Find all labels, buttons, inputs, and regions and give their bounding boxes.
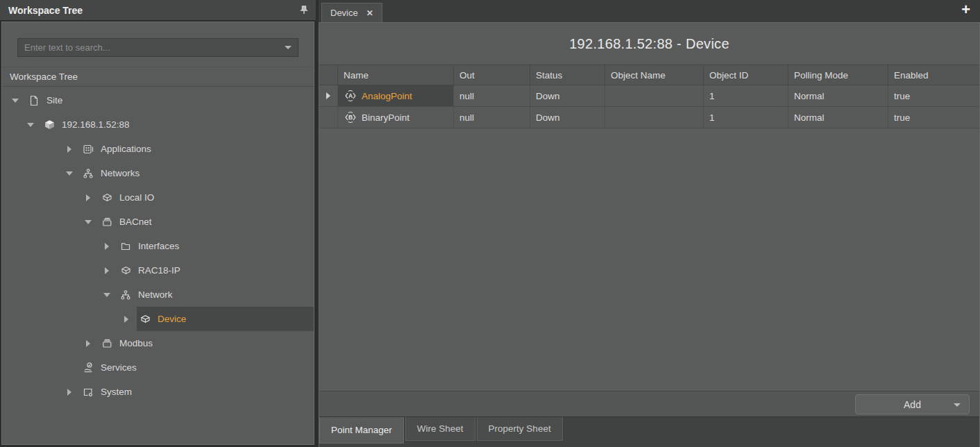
system-icon xyxy=(81,386,95,398)
network-icon xyxy=(81,167,95,180)
tree-item-label: Device xyxy=(158,314,186,324)
expander-expanded-icon[interactable] xyxy=(10,99,20,103)
expander-collapsed-icon[interactable] xyxy=(65,146,74,153)
svg-text:B: B xyxy=(348,114,353,121)
tree-item-label: Modbus xyxy=(119,338,153,348)
object-id-cell: 1 xyxy=(704,85,788,106)
chevron-down-icon[interactable] xyxy=(954,403,961,407)
column-header-object-id[interactable]: Object ID xyxy=(704,65,788,85)
binary-point-icon: B xyxy=(344,110,357,124)
analog-point-icon: A xyxy=(344,89,357,103)
add-button[interactable]: Add xyxy=(855,394,970,414)
name-cell: B BinaryPoint xyxy=(338,107,454,128)
object-id-cell: 1 xyxy=(704,107,788,128)
controller-icon xyxy=(42,119,56,131)
tree-selection: Device xyxy=(137,307,314,331)
expander-collapsed-icon[interactable] xyxy=(102,267,112,274)
tree-item-bacnet[interactable]: BACnet xyxy=(2,210,314,234)
polling-mode-cell: Normal xyxy=(788,85,888,106)
expander-expanded-icon[interactable] xyxy=(26,123,35,127)
tab-label: Device xyxy=(330,8,358,18)
tree-item-services[interactable]: Services xyxy=(2,355,314,380)
stack-icon xyxy=(100,216,114,228)
tree-item-label: System xyxy=(101,387,132,397)
expander-expanded-icon[interactable] xyxy=(83,220,93,224)
tree-item-rac18-ip[interactable]: RAC18-IP xyxy=(2,258,314,282)
workspace-tree-title: Workspace Tree xyxy=(8,5,83,16)
column-header-status[interactable]: Status xyxy=(530,65,605,85)
tree-item-networks[interactable]: Networks xyxy=(2,161,314,185)
out-cell: null xyxy=(454,85,530,106)
column-header-out[interactable]: Out xyxy=(454,65,530,85)
tree-item-site[interactable]: Site xyxy=(2,88,314,112)
folder-icon xyxy=(119,240,133,253)
tree-section-label: Workspace Tree xyxy=(2,67,314,87)
expander-expanded-icon[interactable] xyxy=(102,293,112,297)
tree-item-applications[interactable]: Applications xyxy=(2,137,314,161)
row-marker-icon xyxy=(326,92,330,99)
tree-item-interfaces[interactable]: Interfaces xyxy=(2,234,314,258)
tree-item-label: Applications xyxy=(101,144,151,154)
close-icon[interactable]: ✕ xyxy=(366,9,373,17)
device-view: 192.168.1.52:88 - Device Name Out Status… xyxy=(319,22,980,447)
table-row[interactable]: B BinaryPoint null Down 1 Normal true xyxy=(319,107,979,128)
search-combobox[interactable] xyxy=(17,38,298,57)
search-input[interactable] xyxy=(24,42,285,53)
row-selector xyxy=(319,107,338,128)
tree-item-controller[interactable]: 192.168.1.52:88 xyxy=(2,112,314,137)
plus-icon[interactable]: + xyxy=(961,2,970,17)
cube-icon xyxy=(100,192,114,204)
tab-point-manager[interactable]: Point Manager xyxy=(319,417,404,444)
tab-device[interactable]: Device ✕ xyxy=(321,3,382,22)
workspace-tree-panel: Workspace Tree Workspace Tree xyxy=(0,0,316,447)
column-header-name[interactable]: Name xyxy=(338,65,454,85)
enabled-cell: true xyxy=(888,107,979,128)
tree-item-local-io[interactable]: Local IO xyxy=(2,185,314,210)
expander-collapsed-icon[interactable] xyxy=(102,243,112,250)
expander-collapsed-icon[interactable] xyxy=(83,194,93,201)
tree-item-label: Site xyxy=(47,95,62,106)
tab-wire-sheet[interactable]: Wire Sheet xyxy=(405,417,475,441)
out-cell: null xyxy=(454,107,530,128)
action-bar: Add xyxy=(319,391,979,416)
network-icon xyxy=(119,289,133,301)
status-cell: Down xyxy=(530,107,605,128)
view-tab-bar: Point Manager Wire Sheet Property Sheet xyxy=(319,416,979,447)
tab-property-sheet[interactable]: Property Sheet xyxy=(477,417,563,441)
table-empty-area xyxy=(319,128,979,391)
expander-collapsed-icon[interactable] xyxy=(83,340,93,347)
add-button-label: Add xyxy=(904,399,921,410)
column-header-object-name[interactable]: Object Name xyxy=(605,65,704,85)
polling-mode-cell: Normal xyxy=(788,107,888,128)
column-header-polling-mode[interactable]: Polling Mode xyxy=(788,65,888,85)
expander-expanded-icon[interactable] xyxy=(65,171,74,176)
tree-item-modbus[interactable]: Modbus xyxy=(2,331,314,355)
workspace-tree-header: Workspace Tree xyxy=(0,0,316,21)
point-name: BinaryPoint xyxy=(362,112,409,123)
svg-text:A: A xyxy=(348,92,353,99)
table-row[interactable]: A AnalogPoint null Down 1 Normal true xyxy=(319,85,979,107)
tree-item-label: RAC18-IP xyxy=(138,265,180,276)
header-gutter xyxy=(319,65,338,85)
expander-collapsed-icon[interactable] xyxy=(65,389,74,396)
tree-item-label: Networks xyxy=(101,168,140,178)
tab-bar: Device ✕ + xyxy=(319,0,980,22)
tree-item-label: Local IO xyxy=(119,192,154,203)
pin-icon[interactable] xyxy=(299,5,309,16)
chevron-down-icon[interactable] xyxy=(285,46,292,49)
view-title: 192.168.1.52:88 - Device xyxy=(319,23,979,65)
services-icon xyxy=(81,362,95,374)
tree-item-label: Services xyxy=(101,362,137,373)
row-selector xyxy=(319,85,338,106)
tree-item-device[interactable]: Device xyxy=(2,307,314,331)
tree-item-label: 192.168.1.52:88 xyxy=(62,119,130,130)
cube-icon xyxy=(138,313,152,326)
enabled-cell: true xyxy=(888,85,979,106)
expander-collapsed-icon[interactable] xyxy=(121,316,131,323)
tree-item-system[interactable]: System xyxy=(2,380,314,404)
object-name-cell xyxy=(605,85,704,106)
tree-item-network[interactable]: Network xyxy=(2,282,314,307)
column-header-enabled[interactable]: Enabled xyxy=(888,65,979,85)
tree-item-label: Interfaces xyxy=(138,241,179,251)
object-name-cell xyxy=(605,107,704,128)
